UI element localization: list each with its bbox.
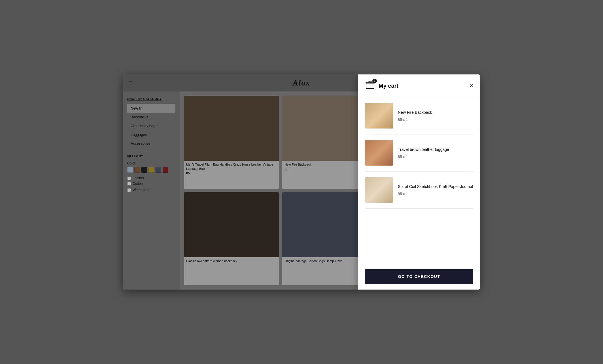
product-image — [184, 192, 279, 257]
browser-window: ≡ Alox SHOP BY CATEGORY New InBackpacksC… — [123, 74, 480, 290]
hamburger-icon[interactable]: ≡ — [129, 79, 132, 87]
color-swatch-2[interactable] — [141, 167, 147, 173]
cart-item-name: Travel brown leather luggage — [398, 147, 473, 152]
color-swatch-4[interactable] — [156, 167, 161, 173]
product-price: 85 — [186, 171, 277, 175]
product-name: Men's Travel Flight Bag Handbag Crazy Ho… — [186, 162, 277, 171]
material-section: Leather Cotton — [127, 176, 175, 186]
checkout-button[interactable]: GO TO CHECKOUT — [365, 269, 473, 284]
sidebar: SHOP BY CATEGORY New InBackpacksCrossbod… — [123, 91, 180, 290]
color-swatch-5[interactable] — [163, 167, 168, 173]
waterproof-item[interactable]: Water proof — [127, 188, 175, 192]
product-info: Men's Travel Flight Bag Handbag Crazy Ho… — [184, 161, 279, 177]
cart-item-name: Spiral Coil Sketchbook Kraft Paper Journ… — [398, 184, 473, 189]
cart-item-image — [365, 177, 393, 203]
cart-item: Travel brown leather luggage 85 x 1 — [365, 134, 473, 172]
cart-item-details: Spiral Coil Sketchbook Kraft Paper Journ… — [398, 184, 473, 196]
cart-panel: 3 My cart × New Fire Backpack 85 x 1 Tra… — [358, 74, 480, 290]
product-image — [184, 96, 279, 161]
cart-title: My cart — [379, 83, 470, 89]
cart-item-details: New Fire Backpack 85 x 1 — [398, 110, 473, 121]
svg-rect-0 — [366, 83, 374, 89]
cotton-checkbox[interactable] — [127, 182, 131, 186]
cart-item-quantity: 85 x 1 — [398, 192, 473, 196]
material-leather[interactable]: Leather — [127, 176, 175, 180]
cart-item-details: Travel brown leather luggage 85 x 1 — [398, 147, 473, 159]
checkout-section: GO TO CHECKOUT — [358, 264, 480, 290]
cart-item: New Fire Backpack 85 x 1 — [365, 97, 473, 134]
filter-section: FILTER BY Color: Leather Cotton — [127, 155, 175, 192]
category-list: New InBackpacksCrossbody bagsLuggagesAcc… — [127, 104, 175, 148]
filter-title: FILTER BY — [127, 155, 175, 158]
color-label: Color: — [127, 161, 175, 165]
cart-item-quantity: 85 x 1 — [398, 155, 473, 159]
material-cotton[interactable]: Cotton — [127, 182, 175, 186]
sidebar-item-new-in[interactable]: New In — [127, 104, 175, 113]
color-swatch-3[interactable] — [148, 167, 154, 173]
product-info: Classic owl pattern women backpack — [184, 257, 279, 265]
cart-item-name: New Fire Backpack — [398, 110, 473, 115]
cart-icon-wrapper: 3 — [365, 80, 375, 91]
sidebar-item-accessories[interactable]: Accessories — [127, 139, 175, 148]
cart-items-list: New Fire Backpack 85 x 1 Travel brown le… — [358, 97, 480, 264]
product-card[interactable]: Classic owl pattern women backpack — [184, 192, 279, 285]
cart-item-quantity: 85 x 1 — [398, 117, 473, 122]
waterproof-checkbox[interactable] — [127, 188, 131, 192]
product-card[interactable]: Men's Travel Flight Bag Handbag Crazy Ho… — [184, 96, 279, 189]
cart-item: Spiral Coil Sketchbook Kraft Paper Journ… — [365, 172, 473, 209]
sidebar-item-luggages[interactable]: Luggages — [127, 130, 175, 139]
leather-label: Leather — [133, 176, 144, 180]
site-logo: Alox — [293, 78, 310, 87]
color-swatch-0[interactable] — [127, 167, 133, 173]
cart-item-image — [365, 103, 393, 129]
cart-close-button[interactable]: × — [470, 83, 473, 89]
cart-badge: 3 — [372, 79, 377, 83]
cart-item-image — [365, 140, 393, 166]
shop-by-category-title: SHOP BY CATEGORY — [127, 97, 175, 100]
color-swatches — [127, 167, 175, 173]
product-name: Classic owl pattern women backpack — [186, 259, 277, 263]
cart-header: 3 My cart × — [358, 74, 480, 97]
cotton-label: Cotton — [133, 182, 143, 186]
leather-checkbox[interactable] — [127, 176, 131, 180]
waterproof-label: Water proof — [133, 188, 150, 192]
sidebar-item-backpacks[interactable]: Backpacks — [127, 113, 175, 121]
sidebar-item-crossbody-bags[interactable]: Crossbody bags — [127, 121, 175, 130]
color-swatch-1[interactable] — [134, 167, 140, 173]
